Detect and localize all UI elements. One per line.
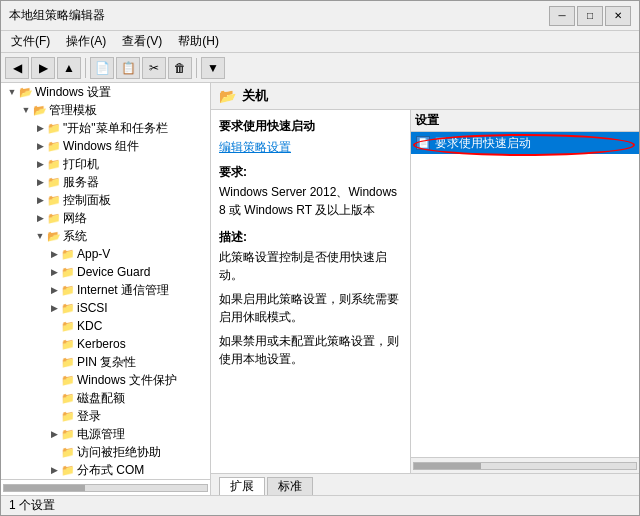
- tree-label-disk-quota: 磁盘配额: [77, 390, 125, 407]
- description-text-2: 如果启用此策略设置，则系统需要启用休眠模式。: [219, 290, 402, 326]
- maximize-button[interactable]: □: [577, 6, 603, 26]
- tree-label-device-guard: Device Guard: [77, 265, 150, 279]
- content-folder-icon: 📂: [219, 88, 236, 104]
- expander-pin: [47, 355, 61, 369]
- up-button[interactable]: ▲: [57, 57, 81, 79]
- tree-label-access-denied: 访问被拒绝协助: [77, 444, 161, 461]
- expander-wfp: [47, 373, 61, 387]
- settings-item-label-fast-startup: 要求使用快速启动: [435, 135, 531, 152]
- expander-internet-mgmt: ▶: [47, 283, 61, 297]
- settings-item-fast-startup[interactable]: 📄 要求使用快速启动: [411, 132, 639, 154]
- horizontal-scrollbar[interactable]: [411, 457, 639, 473]
- toolbar-separator-2: [196, 58, 197, 78]
- statusbar: 1 个设置: [1, 495, 639, 515]
- folder-icon-server: 📁: [47, 175, 61, 189]
- tree-label-control-panel: 控制面板: [63, 192, 111, 209]
- content-header: 📂 关机: [211, 83, 639, 110]
- cut-button[interactable]: ✂: [142, 57, 166, 79]
- tree-label-server: 服务器: [63, 174, 99, 191]
- tree-item-logon[interactable]: 📁 登录: [1, 407, 210, 425]
- tree-label-dcom: 分布式 COM: [77, 462, 144, 479]
- delete-button[interactable]: 🗑: [168, 57, 192, 79]
- requirement-label: 要求:: [219, 164, 402, 181]
- tree-label-kdc: KDC: [77, 319, 102, 333]
- tree-label-power: 电源管理: [77, 426, 125, 443]
- filter-button[interactable]: ▼: [201, 57, 225, 79]
- expander-printer: ▶: [33, 157, 47, 171]
- expander-disk-quota: [47, 391, 61, 405]
- tab-extended[interactable]: 扩展: [219, 477, 265, 495]
- tree-label-network: 网络: [63, 210, 87, 227]
- edit-policy-link[interactable]: 编辑策略设置: [219, 140, 291, 154]
- tree-label-internet-mgmt: Internet 通信管理: [77, 282, 169, 299]
- folder-icon-logon: 📁: [61, 409, 75, 423]
- tree-item-printer[interactable]: ▶ 📁 打印机: [1, 155, 210, 173]
- close-button[interactable]: ✕: [605, 6, 631, 26]
- minimize-button[interactable]: ─: [549, 6, 575, 26]
- tree-item-appv[interactable]: ▶ 📁 App-V: [1, 245, 210, 263]
- folder-icon-dcom: 📁: [61, 463, 75, 477]
- expander-iscsi: ▶: [47, 301, 61, 315]
- requirement-text: Windows Server 2012、Windows 8 或 Windows …: [219, 183, 402, 219]
- tree-item-dcom[interactable]: ▶ 📁 分布式 COM: [1, 461, 210, 479]
- settings-list-container: 📄 要求使用快速启动: [411, 132, 639, 457]
- tree-item-disk-quota[interactable]: 📁 磁盘配额: [1, 389, 210, 407]
- tree-item-power[interactable]: ▶ 📁 电源管理: [1, 425, 210, 443]
- tree-scrollbar[interactable]: [1, 479, 210, 495]
- menu-file[interactable]: 文件(F): [5, 31, 56, 52]
- main-window: 本地组策略编辑器 ─ □ ✕ 文件(F) 操作(A) 查看(V) 帮助(H) ◀…: [0, 0, 640, 516]
- folder-icon-access-denied: 📁: [61, 445, 75, 459]
- titlebar-buttons: ─ □ ✕: [549, 6, 631, 26]
- folder-icon-kerberos: 📁: [61, 337, 75, 351]
- new-object-button[interactable]: 📄: [90, 57, 114, 79]
- folder-icon-windows-components: 📁: [47, 139, 61, 153]
- expander-kerberos: [47, 337, 61, 351]
- tree-item-internet-mgmt[interactable]: ▶ 📁 Internet 通信管理: [1, 281, 210, 299]
- tree-item-iscsi[interactable]: ▶ 📁 iSCSI: [1, 299, 210, 317]
- tree-item-access-denied[interactable]: 📁 访问被拒绝协助: [1, 443, 210, 461]
- tree-item-device-guard[interactable]: ▶ 📁 Device Guard: [1, 263, 210, 281]
- folder-icon-pin: 📁: [61, 355, 75, 369]
- menu-view[interactable]: 查看(V): [116, 31, 168, 52]
- tree-label-printer: 打印机: [63, 156, 99, 173]
- tree-item-admin-templates[interactable]: ▼ 📂 管理模板: [1, 101, 210, 119]
- tree-item-kerberos[interactable]: 📁 Kerberos: [1, 335, 210, 353]
- tree-item-windows-components[interactable]: ▶ 📁 Windows 组件: [1, 137, 210, 155]
- content-title: 关机: [242, 87, 268, 105]
- tree-item-pin[interactable]: 📁 PIN 复杂性: [1, 353, 210, 371]
- menu-help[interactable]: 帮助(H): [172, 31, 225, 52]
- tree-label-appv: App-V: [77, 247, 110, 261]
- tree-item-windows-settings[interactable]: ▼ 📂 Windows 设置: [1, 83, 210, 101]
- properties-button[interactable]: 📋: [116, 57, 140, 79]
- tree-label-iscsi: iSCSI: [77, 301, 108, 315]
- expander-windows-settings: ▼: [5, 85, 19, 99]
- description-label: 描述:: [219, 229, 402, 246]
- tree-item-start-menu[interactable]: ▶ 📁 "开始"菜单和任务栏: [1, 119, 210, 137]
- settings-header-label: 设置: [415, 112, 439, 129]
- menu-action[interactable]: 操作(A): [60, 31, 112, 52]
- folder-icon-windows-settings: 📂: [19, 85, 33, 99]
- tree-item-control-panel[interactable]: ▶ 📁 控制面板: [1, 191, 210, 209]
- tree-item-system[interactable]: ▼ 📂 系统: [1, 227, 210, 245]
- expander-appv: ▶: [47, 247, 61, 261]
- titlebar: 本地组策略编辑器 ─ □ ✕: [1, 1, 639, 31]
- tree-item-network[interactable]: ▶ 📁 网络: [1, 209, 210, 227]
- tree-label-kerberos: Kerberos: [77, 337, 126, 351]
- tab-standard[interactable]: 标准: [267, 477, 313, 495]
- description-text-1: 此策略设置控制是否使用快速启动。: [219, 248, 402, 284]
- statusbar-text: 1 个设置: [9, 497, 55, 514]
- back-button[interactable]: ◀: [5, 57, 29, 79]
- expander-network: ▶: [33, 211, 47, 225]
- tree-label-logon: 登录: [77, 408, 101, 425]
- tree-content: ▼ 📂 Windows 设置 ▼ 📂 管理模板 ▶ 📁 "开始"菜单和任务栏: [1, 83, 210, 479]
- tree-item-kdc[interactable]: 📁 KDC: [1, 317, 210, 335]
- tree-item-wfp[interactable]: 📁 Windows 文件保护: [1, 371, 210, 389]
- folder-icon-appv: 📁: [61, 247, 75, 261]
- expander-logon: [47, 409, 61, 423]
- settings-list: 📄 要求使用快速启动: [411, 132, 639, 154]
- toolbar-separator-1: [85, 58, 86, 78]
- expander-system: ▼: [33, 229, 47, 243]
- tree-item-server[interactable]: ▶ 📁 服务器: [1, 173, 210, 191]
- folder-icon-wfp: 📁: [61, 373, 75, 387]
- forward-button[interactable]: ▶: [31, 57, 55, 79]
